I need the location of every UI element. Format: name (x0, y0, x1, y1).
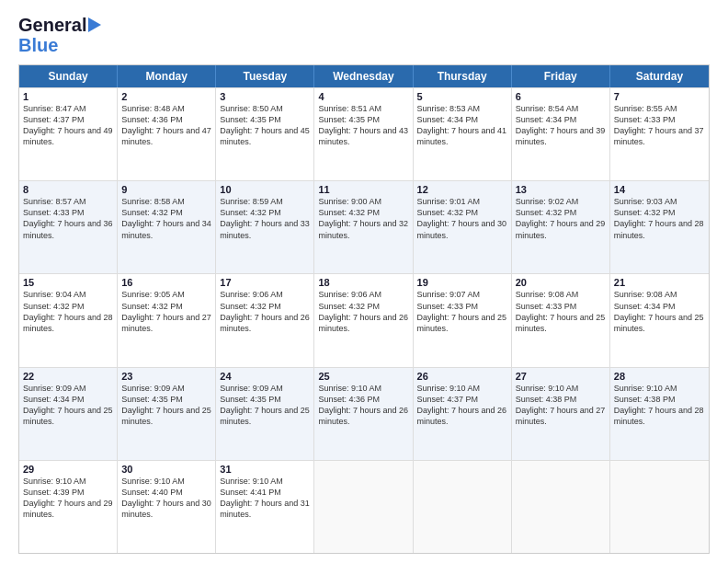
cal-cell-3-1: 15Sunrise: 9:04 AMSunset: 4:32 PMDayligh… (19, 274, 118, 366)
day-number: 26 (417, 371, 507, 382)
cell-details: Sunrise: 9:09 AMSunset: 4:35 PMDaylight:… (121, 383, 211, 428)
cal-cell-1-3: 3Sunrise: 8:50 AMSunset: 4:35 PMDaylight… (216, 88, 314, 180)
cell-details: Sunrise: 8:54 AMSunset: 4:34 PMDaylight:… (516, 103, 606, 148)
cell-details: Sunrise: 9:06 AMSunset: 4:32 PMDaylight:… (220, 289, 310, 334)
day-number: 19 (417, 277, 507, 288)
cell-details: Sunrise: 8:48 AMSunset: 4:36 PMDaylight:… (121, 103, 211, 148)
cell-details: Sunrise: 8:51 AMSunset: 4:35 PMDaylight:… (318, 103, 408, 148)
day-number: 21 (614, 277, 705, 288)
week-row-3: 15Sunrise: 9:04 AMSunset: 4:32 PMDayligh… (19, 273, 709, 366)
cal-cell-4-7: 28Sunrise: 9:10 AMSunset: 4:38 PMDayligh… (610, 368, 709, 460)
cal-cell-1-4: 4Sunrise: 8:51 AMSunset: 4:35 PMDaylight… (314, 88, 413, 180)
cal-cell-2-5: 12Sunrise: 9:01 AMSunset: 4:32 PMDayligh… (414, 181, 512, 273)
day-number: 7 (614, 91, 705, 102)
day-number: 24 (220, 371, 310, 382)
cell-details: Sunrise: 9:10 AMSunset: 4:37 PMDaylight:… (417, 383, 507, 428)
day-number: 15 (23, 277, 113, 288)
day-number: 11 (318, 184, 408, 195)
cell-details: Sunrise: 8:53 AMSunset: 4:34 PMDaylight:… (417, 103, 507, 148)
cal-cell-4-5: 26Sunrise: 9:10 AMSunset: 4:37 PMDayligh… (414, 368, 512, 460)
day-number: 16 (121, 277, 211, 288)
cal-cell-5-5 (414, 461, 512, 553)
day-number: 31 (220, 464, 310, 475)
cal-cell-3-2: 16Sunrise: 9:05 AMSunset: 4:32 PMDayligh… (118, 274, 216, 366)
cell-details: Sunrise: 9:08 AMSunset: 4:33 PMDaylight:… (516, 289, 606, 334)
cal-cell-5-4 (314, 461, 413, 553)
cell-details: Sunrise: 9:02 AMSunset: 4:32 PMDaylight:… (516, 196, 606, 241)
header-day-thursday: Thursday (414, 65, 512, 87)
cal-cell-3-7: 21Sunrise: 9:08 AMSunset: 4:34 PMDayligh… (610, 274, 709, 366)
day-number: 18 (318, 277, 408, 288)
day-number: 25 (318, 371, 408, 382)
cal-cell-1-1: 1Sunrise: 8:47 AMSunset: 4:37 PMDaylight… (19, 88, 118, 180)
day-number: 29 (23, 464, 113, 475)
logo-general: General (18, 15, 86, 35)
header-day-tuesday: Tuesday (216, 65, 314, 87)
week-row-1: 1Sunrise: 8:47 AMSunset: 4:37 PMDaylight… (19, 87, 709, 180)
day-number: 9 (121, 184, 211, 195)
day-number: 14 (614, 184, 705, 195)
header: General Blue (18, 15, 710, 55)
cal-cell-4-1: 22Sunrise: 9:09 AMSunset: 4:34 PMDayligh… (19, 368, 118, 460)
logo: General Blue (18, 15, 101, 55)
cal-cell-5-6 (512, 461, 610, 553)
cal-cell-5-1: 29Sunrise: 9:10 AMSunset: 4:39 PMDayligh… (19, 461, 118, 553)
cell-details: Sunrise: 9:06 AMSunset: 4:32 PMDaylight:… (318, 289, 408, 334)
cal-cell-3-3: 17Sunrise: 9:06 AMSunset: 4:32 PMDayligh… (216, 274, 314, 366)
header-day-wednesday: Wednesday (314, 65, 413, 87)
cell-details: Sunrise: 9:09 AMSunset: 4:34 PMDaylight:… (23, 383, 113, 428)
cell-details: Sunrise: 9:07 AMSunset: 4:33 PMDaylight:… (417, 289, 507, 334)
day-number: 20 (516, 277, 606, 288)
day-number: 22 (23, 371, 113, 382)
cal-cell-5-3: 31Sunrise: 9:10 AMSunset: 4:41 PMDayligh… (216, 461, 314, 553)
logo-arrow-icon (88, 17, 101, 32)
header-day-sunday: Sunday (19, 65, 118, 87)
day-number: 23 (121, 371, 211, 382)
cell-details: Sunrise: 8:58 AMSunset: 4:32 PMDaylight:… (121, 196, 211, 241)
header-day-saturday: Saturday (610, 65, 709, 87)
cell-details: Sunrise: 9:10 AMSunset: 4:38 PMDaylight:… (516, 383, 606, 428)
cell-details: Sunrise: 8:55 AMSunset: 4:33 PMDaylight:… (614, 103, 705, 148)
cell-details: Sunrise: 9:01 AMSunset: 4:32 PMDaylight:… (417, 196, 507, 241)
calendar-header: SundayMondayTuesdayWednesdayThursdayFrid… (19, 65, 709, 87)
cell-details: Sunrise: 9:10 AMSunset: 4:38 PMDaylight:… (614, 383, 705, 428)
day-number: 6 (516, 91, 606, 102)
day-number: 12 (417, 184, 507, 195)
day-number: 3 (220, 91, 310, 102)
header-day-monday: Monday (118, 65, 216, 87)
day-number: 30 (121, 464, 211, 475)
cal-cell-3-5: 19Sunrise: 9:07 AMSunset: 4:33 PMDayligh… (414, 274, 512, 366)
day-number: 13 (516, 184, 606, 195)
cell-details: Sunrise: 9:10 AMSunset: 4:41 PMDaylight:… (220, 476, 310, 521)
logo-blue: Blue (18, 35, 58, 55)
cal-cell-1-7: 7Sunrise: 8:55 AMSunset: 4:33 PMDaylight… (610, 88, 709, 180)
cell-details: Sunrise: 8:57 AMSunset: 4:33 PMDaylight:… (23, 196, 113, 241)
cal-cell-2-3: 10Sunrise: 8:59 AMSunset: 4:32 PMDayligh… (216, 181, 314, 273)
cal-cell-3-6: 20Sunrise: 9:08 AMSunset: 4:33 PMDayligh… (512, 274, 610, 366)
calendar: SundayMondayTuesdayWednesdayThursdayFrid… (18, 64, 710, 554)
cal-cell-5-7 (610, 461, 709, 553)
cell-details: Sunrise: 9:09 AMSunset: 4:35 PMDaylight:… (220, 383, 310, 428)
day-number: 4 (318, 91, 408, 102)
day-number: 27 (516, 371, 606, 382)
page: General Blue SundayMondayTuesdayWednesda… (0, 0, 728, 563)
day-number: 5 (417, 91, 507, 102)
cal-cell-4-4: 25Sunrise: 9:10 AMSunset: 4:36 PMDayligh… (314, 368, 413, 460)
cell-details: Sunrise: 9:10 AMSunset: 4:40 PMDaylight:… (121, 476, 211, 521)
cal-cell-2-2: 9Sunrise: 8:58 AMSunset: 4:32 PMDaylight… (118, 181, 216, 273)
cell-details: Sunrise: 9:05 AMSunset: 4:32 PMDaylight:… (121, 289, 211, 334)
cell-details: Sunrise: 9:04 AMSunset: 4:32 PMDaylight:… (23, 289, 113, 334)
cal-cell-5-2: 30Sunrise: 9:10 AMSunset: 4:40 PMDayligh… (118, 461, 216, 553)
header-day-friday: Friday (512, 65, 610, 87)
day-number: 28 (614, 371, 705, 382)
day-number: 8 (23, 184, 113, 195)
cell-details: Sunrise: 9:03 AMSunset: 4:32 PMDaylight:… (614, 196, 705, 241)
cal-cell-2-6: 13Sunrise: 9:02 AMSunset: 4:32 PMDayligh… (512, 181, 610, 273)
cal-cell-2-7: 14Sunrise: 9:03 AMSunset: 4:32 PMDayligh… (610, 181, 709, 273)
cell-details: Sunrise: 9:10 AMSunset: 4:36 PMDaylight:… (318, 383, 408, 428)
day-number: 17 (220, 277, 310, 288)
cal-cell-3-4: 18Sunrise: 9:06 AMSunset: 4:32 PMDayligh… (314, 274, 413, 366)
day-number: 10 (220, 184, 310, 195)
cal-cell-4-6: 27Sunrise: 9:10 AMSunset: 4:38 PMDayligh… (512, 368, 610, 460)
cell-details: Sunrise: 9:08 AMSunset: 4:34 PMDaylight:… (614, 289, 705, 334)
